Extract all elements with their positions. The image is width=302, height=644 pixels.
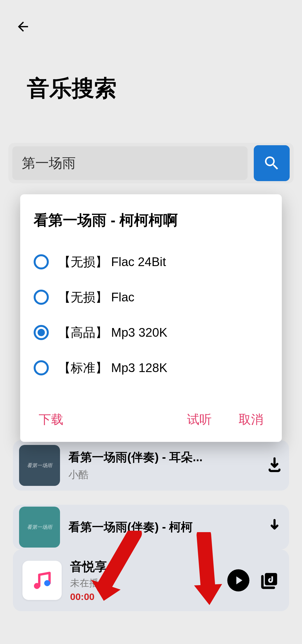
option-label: 【标准】 Mp3 128K: [58, 360, 167, 376]
radio-icon: [34, 360, 49, 375]
quality-option-flac24[interactable]: 【无损】 Flac 24Bit: [34, 244, 268, 280]
download-button[interactable]: 下载: [36, 408, 66, 431]
quality-dialog: 看第一场雨 - 柯柯柯啊 【无损】 Flac 24Bit 【无损】 Flac 【…: [20, 194, 282, 442]
dialog-actions: 下载 试听 取消: [34, 403, 268, 433]
option-label: 【无损】 Flac 24Bit: [58, 254, 166, 270]
preview-button[interactable]: 试听: [185, 408, 214, 431]
option-label: 【无损】 Flac: [58, 289, 134, 306]
radio-selected-icon: [34, 325, 49, 340]
option-label: 【高品】 Mp3 320K: [58, 324, 167, 341]
quality-option-mp3-128[interactable]: 【标准】 Mp3 128K: [34, 350, 268, 386]
radio-icon: [34, 290, 49, 305]
cancel-button[interactable]: 取消: [236, 408, 266, 431]
radio-icon: [34, 254, 49, 269]
dialog-title: 看第一场雨 - 柯柯柯啊: [34, 211, 268, 230]
quality-options: 【无损】 Flac 24Bit 【无损】 Flac 【高品】 Mp3 320K …: [34, 244, 268, 386]
quality-option-mp3-320[interactable]: 【高品】 Mp3 320K: [34, 315, 268, 350]
quality-option-flac[interactable]: 【无损】 Flac: [34, 280, 268, 315]
